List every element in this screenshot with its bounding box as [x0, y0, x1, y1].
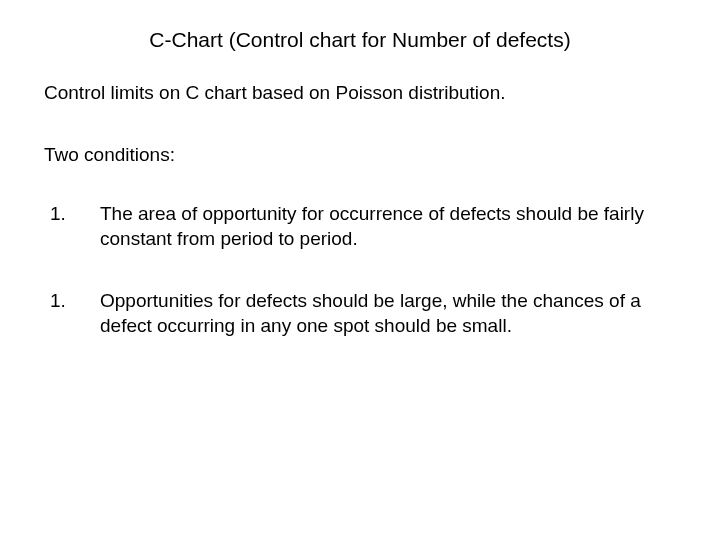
- conditions-list: 1. The area of opportunity for occurrenc…: [44, 202, 676, 339]
- page-title: C-Chart (Control chart for Number of def…: [44, 28, 676, 52]
- list-number: 1.: [50, 289, 100, 314]
- list-item: 1. Opportunities for defects should be l…: [44, 289, 676, 338]
- conditions-subhead: Two conditions:: [44, 144, 676, 166]
- intro-text: Control limits on C chart based on Poiss…: [44, 82, 676, 104]
- list-item: 1. The area of opportunity for occurrenc…: [44, 202, 676, 251]
- list-number: 1.: [50, 202, 100, 227]
- list-text: Opportunities for defects should be larg…: [100, 289, 676, 338]
- list-text: The area of opportunity for occurrence o…: [100, 202, 676, 251]
